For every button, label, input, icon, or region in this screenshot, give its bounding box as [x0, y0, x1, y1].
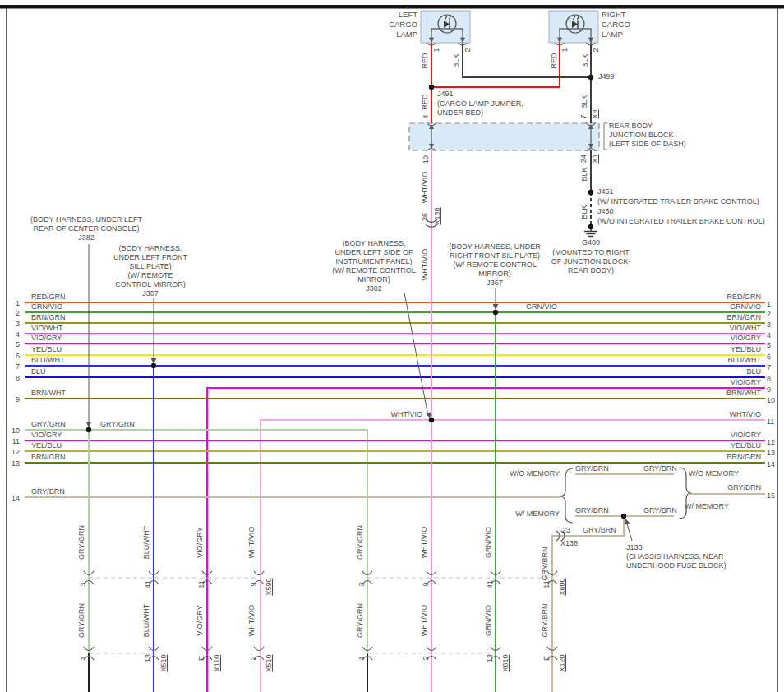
row-number: 1: [767, 300, 771, 309]
row-label: YEL/BLU: [31, 441, 62, 450]
pin-label: 1: [560, 44, 570, 56]
wire-label: GRN/VIO: [483, 602, 493, 639]
pin-label: 4: [421, 111, 431, 122]
tap-label-gry-grn: GRY/GRN: [100, 420, 135, 429]
row-number: 12: [7, 448, 20, 457]
row-number: 4: [767, 331, 771, 340]
splice-j302: [429, 418, 434, 422]
pin-label: 13: [485, 652, 495, 665]
wire-label: GRY/GRN: [76, 524, 86, 561]
annotation-j302: (BODY HARNESS, UNDER LEFT SIDE OF INSTRU…: [316, 239, 431, 293]
row-number: 15: [767, 491, 775, 501]
connector-label-x600: X600: [557, 574, 567, 599]
wire-label: GRY/BRN: [540, 546, 550, 582]
row-label: BRN/GRN: [695, 453, 761, 462]
left-cargo-lamp: [421, 11, 470, 45]
row-label: BRN/WHT: [31, 389, 66, 398]
row-label: VIO/GRY: [695, 431, 761, 440]
wire-label: BLU/WHT: [141, 602, 151, 639]
row-label: GRY/BRN: [695, 483, 761, 492]
row-number: 6: [7, 352, 20, 361]
wire-label: BLU/WHT: [141, 524, 151, 561]
row-label: VIO/WHT: [31, 324, 63, 333]
row-label: BRN/GRN: [695, 313, 761, 322]
wire-label: WHT/VIO: [419, 524, 429, 561]
wire-label: BLK: [579, 162, 589, 187]
row-number: 8: [767, 375, 771, 384]
pin-label: 2: [591, 44, 601, 56]
connector-label-x120: X120: [557, 651, 567, 676]
wire-label: VIO/GRY: [195, 602, 205, 639]
splice-label-j499: J499: [598, 72, 615, 81]
wiring-diagram-canvas: [0, 0, 784, 692]
pin-label: 36: [420, 210, 430, 224]
wire-label: GRY/GRN: [355, 524, 365, 561]
wire-label: GRY/BRN: [583, 526, 616, 535]
pin-label: 3: [78, 578, 88, 591]
splice-label-j491: J491: [437, 90, 454, 99]
row-label: VIO/WHT: [695, 324, 761, 333]
row-number: 14: [767, 460, 775, 469]
row-number: 10: [7, 427, 20, 436]
splice-j133: [621, 514, 626, 519]
row-number: 7: [7, 362, 20, 371]
annotation-j307: (BODY HARNESS, UNDER LEFT FRONT SILL PLA…: [93, 244, 208, 298]
connector-label-x510: X510: [264, 651, 274, 676]
wire-label: GRY/BRN: [643, 464, 677, 473]
right-cargo-lamp-label: RIGHT CARGO LAMP: [602, 10, 667, 39]
pin-label: 1: [357, 652, 367, 665]
wire-label: GRY/BRN: [643, 506, 677, 515]
row-number: 6: [767, 353, 771, 362]
splice-desc-j491: (CARGO LAMP JUMPER, UNDER BED): [437, 99, 523, 118]
row-label: VIO/GRY: [695, 378, 761, 387]
memory-option-label: W/O MEMORY: [494, 469, 560, 478]
top-border: [0, 5, 784, 9]
annotation-j382: (BODY HARNESS, UNDER LEFT REAR OF CENTER…: [21, 215, 152, 242]
pin-label: E: [196, 652, 206, 665]
connector-label-x138: X138: [560, 539, 578, 548]
annotation-j367: (BODY HARNESS, UNDER RIGHT FRONT SIL PLA…: [437, 242, 552, 288]
row-label: VIO/GRY: [31, 431, 62, 440]
junction-block-label: REAR BODY JUNCTION BLOCK (LEFT SIDE OF D…: [609, 122, 686, 149]
row-label: WHT/VIO: [695, 410, 761, 419]
wire-label: GRY/GRN: [76, 602, 86, 639]
memory-option-label: W/O MEMORY: [689, 469, 739, 478]
connector-label-x138: X138: [432, 204, 442, 228]
row-number: 13: [7, 459, 20, 468]
pin-label: 9: [421, 578, 431, 591]
row-label: BRN/GRN: [31, 313, 66, 322]
wire-label: WHT/VIO: [419, 602, 429, 639]
row-number: 8: [7, 374, 20, 383]
row-number: 12: [767, 438, 775, 447]
pin-label: 1: [78, 652, 88, 665]
pin-label: 13: [143, 652, 153, 665]
row-label: BLU/WHT: [31, 356, 65, 365]
connector-label-x590: X590: [264, 574, 274, 599]
splice-desc-j451: (W/ INTEGRATED TRAILER BRAKE CONTROL): [597, 197, 759, 206]
row-number: 13: [767, 449, 775, 458]
pin-label: 3: [357, 578, 367, 591]
wire-label: GRY/BRN: [575, 506, 609, 515]
pin-label: 10: [421, 153, 431, 166]
wire-label: GRY/GRN: [355, 602, 365, 639]
row-number: 11: [7, 437, 20, 446]
connector-label-x1: X1: [590, 149, 600, 168]
connector-label-x8: X8: [590, 104, 600, 124]
row-label: YEL/BLU: [695, 345, 761, 354]
row-number: 5: [767, 341, 771, 350]
row-number: 4: [7, 330, 20, 339]
row-label: YEL/BLU: [695, 441, 761, 450]
row-number: 5: [7, 340, 20, 349]
row-label: RED/GRN: [695, 293, 761, 302]
row-label: VIO/GRY: [695, 334, 761, 343]
row-number: 14: [7, 494, 20, 503]
right-cargo-lamp: [549, 11, 598, 45]
splice-j382: [86, 427, 91, 432]
wire-label: WHT/VIO: [247, 524, 256, 561]
wire-blk-left: [463, 43, 591, 77]
wire-label: GRY/BRN: [540, 602, 550, 639]
ground-label-g400: G400: [574, 238, 607, 247]
junction-block-text-bracket: [604, 123, 607, 150]
splice-j499: [588, 75, 593, 80]
connector-label-x110: X110: [212, 651, 222, 676]
